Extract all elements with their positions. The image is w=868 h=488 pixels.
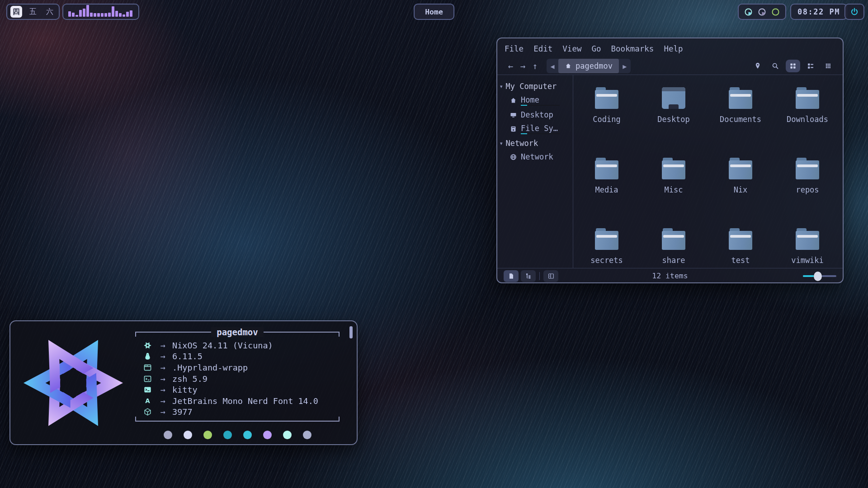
next-tab-chevron[interactable]: ▸ — [619, 61, 631, 71]
fetch-value: NixOS 24.11 (Vicuna) — [172, 341, 273, 350]
folder-label: Downloads — [787, 115, 828, 124]
folder-grid: CodingDesktopDocumentsDownloadsMediaMisc… — [573, 75, 843, 268]
visualizer-bar — [119, 13, 122, 17]
location-pin-button[interactable] — [750, 60, 765, 72]
workspace-chip[interactable]: 五 — [27, 6, 39, 18]
workspace-chip[interactable]: 四 — [10, 6, 22, 18]
folder-label: Media — [595, 185, 618, 194]
fetch-value: JetBrains Mono Nerd Font 14.0 — [172, 396, 318, 406]
detailed-view-button[interactable] — [821, 60, 835, 72]
back-button[interactable]: ← — [505, 61, 517, 71]
sidebar: ▾My ComputerHomeDesktopFile Sy…▾NetworkN… — [497, 75, 573, 268]
fetch-row: →3977 — [142, 407, 335, 418]
compact-view-button[interactable] — [803, 60, 818, 72]
menu-view[interactable]: View — [562, 44, 581, 56]
sidebar-item-label: Home — [521, 95, 560, 106]
collapse-triangle-icon: ▾ — [500, 84, 503, 89]
palette-dot — [164, 431, 172, 439]
ring-indicator-green — [771, 8, 780, 16]
terminal-icon — [143, 385, 152, 394]
sidebar-item-filesy[interactable]: File Sy… — [497, 122, 573, 136]
network-icon — [509, 153, 517, 161]
folder-icon — [662, 228, 685, 250]
folder-share[interactable]: share — [640, 225, 707, 296]
folder-label: secrets — [590, 256, 623, 265]
folder-icon — [796, 87, 819, 109]
folder-icon — [595, 228, 618, 250]
filesystem-icon — [509, 125, 517, 133]
up-button[interactable]: ↑ — [529, 61, 541, 71]
sidebar-item-desktop[interactable]: Desktop — [497, 108, 573, 122]
workspace-switcher[interactable]: 四五六 — [6, 4, 60, 20]
workspace-chip[interactable]: 六 — [44, 6, 56, 18]
path-button[interactable]: pagedmov — [558, 59, 619, 73]
folder-documents[interactable]: Documents — [707, 84, 774, 155]
menu-go[interactable]: Go — [591, 44, 601, 56]
folder-desktop[interactable]: Desktop — [640, 84, 707, 155]
sidebar-section-label: My Computer — [506, 82, 557, 91]
folder-test[interactable]: test — [707, 225, 774, 296]
fetch-value: kitty — [172, 385, 198, 394]
menu-file[interactable]: File — [505, 44, 524, 56]
palette-dot — [303, 431, 311, 439]
sidebar-item-label: Network — [521, 152, 553, 161]
icon-view-button[interactable] — [786, 60, 800, 72]
visualizer-bar — [79, 10, 82, 17]
sidebar-section-my-computer[interactable]: ▾My Computer — [497, 80, 573, 93]
menu-edit[interactable]: Edit — [533, 44, 552, 56]
desktop-folder-icon — [662, 87, 685, 109]
visualizer-bar — [94, 13, 96, 17]
menu-help[interactable]: Help — [664, 44, 683, 56]
visualizer-bar — [90, 13, 93, 17]
icon-zoom-slider[interactable] — [803, 272, 836, 281]
folder-icon — [729, 87, 752, 109]
ring-indicator-purple — [758, 8, 766, 16]
folder-secrets[interactable]: secrets — [573, 225, 640, 296]
font-icon: A — [142, 397, 153, 405]
fetch-box-corner — [339, 417, 340, 422]
dense-view-icon — [824, 62, 832, 70]
kernel-icon — [143, 352, 152, 361]
folder-coding[interactable]: Coding — [573, 84, 640, 155]
folder-repos[interactable]: repos — [774, 155, 841, 225]
folder-label: Coding — [593, 115, 620, 124]
ring-indicator-cyan — [744, 8, 753, 16]
shell-icon — [142, 375, 153, 383]
terminal-scrollbar[interactable] — [349, 326, 353, 338]
fastfetch-output: pagedmov →NixOS 24.11 (Vicuna)→6.11.5→.H… — [135, 321, 340, 444]
folder-vimwiki[interactable]: vimwiki — [774, 225, 841, 296]
slider-knob[interactable] — [814, 272, 822, 281]
sidebar-item-home[interactable]: Home — [497, 93, 573, 108]
power-button[interactable] — [844, 4, 864, 20]
terminal-window: pagedmov →NixOS 24.11 (Vicuna)→6.11.5→.H… — [9, 320, 358, 445]
visualizer-bar — [101, 13, 104, 17]
menubar: FileEditViewGoBookmarksHelp — [497, 38, 843, 57]
arrow-icon: → — [153, 385, 172, 394]
arrow-icon: → — [153, 352, 172, 361]
visualizer-bar — [115, 11, 118, 17]
visualizer-bar — [130, 10, 132, 17]
fetch-value: .Hyprland-wrapp — [172, 363, 248, 372]
packages-icon — [143, 408, 152, 416]
folder-label: Misc — [665, 185, 683, 194]
menu-bookmarks[interactable]: Bookmarks — [611, 44, 654, 56]
folder-media[interactable]: Media — [573, 155, 640, 225]
sidebar-section-network[interactable]: ▾Network — [497, 136, 573, 150]
folder-nix[interactable]: Nix — [707, 155, 774, 225]
prev-tab-chevron[interactable]: ◂ — [547, 61, 558, 71]
clock-widget[interactable]: 08:22 PM — [790, 4, 847, 20]
fetch-value: 6.11.5 — [172, 352, 203, 361]
active-window-title-pill[interactable]: Home — [414, 4, 454, 20]
folder-misc[interactable]: Misc — [640, 155, 707, 225]
folder-label: test — [731, 256, 750, 265]
folder-downloads[interactable]: Downloads — [774, 84, 841, 155]
visualizer-bar — [97, 13, 100, 17]
search-button[interactable] — [768, 60, 783, 72]
sidebar-item-network[interactable]: Network — [497, 150, 573, 164]
arrow-icon: → — [153, 374, 172, 384]
forward-button[interactable]: → — [517, 61, 529, 71]
grid-view-icon — [789, 62, 797, 70]
visualizer-bar — [72, 13, 75, 17]
file-manager-window: FileEditViewGoBookmarksHelp ← → ↑ ◂ page… — [496, 38, 844, 283]
sidebar-item-label: Desktop — [521, 110, 553, 119]
